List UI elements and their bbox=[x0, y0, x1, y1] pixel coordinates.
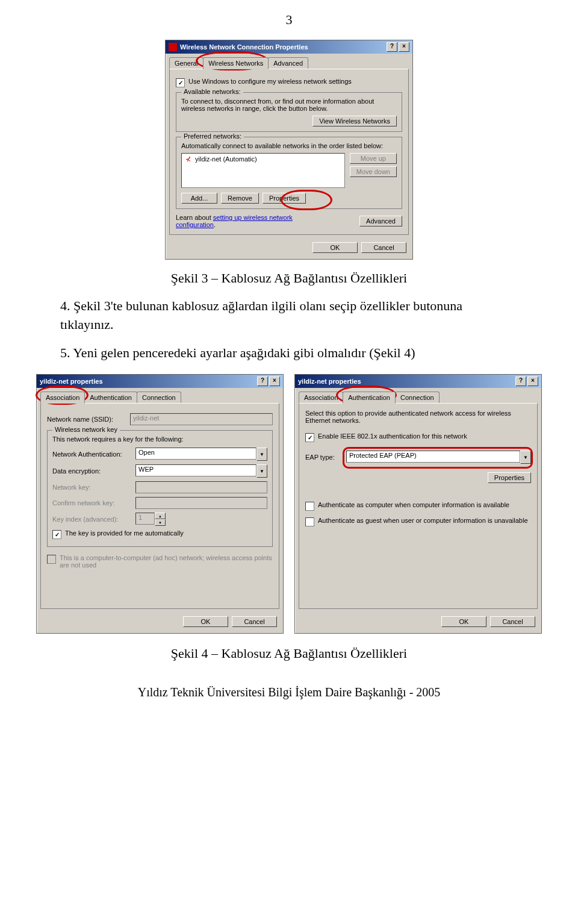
titlebar: yildiz-net properties ? × bbox=[295, 375, 541, 388]
add-button[interactable]: Add... bbox=[181, 193, 217, 204]
eap-type-label: EAP type: bbox=[305, 454, 341, 461]
tabs: Association Authentication Connection bbox=[295, 388, 541, 403]
advanced-button[interactable]: Advanced bbox=[359, 216, 402, 226]
encryption-value: WEP bbox=[135, 464, 256, 476]
confirm-input bbox=[135, 497, 267, 509]
tabs: Association Authentication Connection bbox=[37, 388, 283, 403]
cancel-button[interactable]: Cancel bbox=[232, 616, 277, 627]
auth-computer-checkbox[interactable] bbox=[305, 502, 314, 511]
close-button[interactable]: × bbox=[399, 42, 409, 52]
adhoc-checkbox bbox=[47, 555, 56, 564]
tab-connection[interactable]: Connection bbox=[395, 392, 440, 403]
available-networks-group: Available networks: To connect to, disco… bbox=[176, 92, 402, 132]
instruction-5: 5. Yeni gelen penceredeki ayarlar aşağıd… bbox=[60, 344, 518, 363]
tab-association[interactable]: Association bbox=[299, 392, 343, 403]
yildiz-properties-association-dialog: yildiz-net properties ? × Association Au… bbox=[36, 374, 284, 634]
ok-button[interactable]: OK bbox=[441, 616, 486, 627]
titlebar: Wireless Network Connection Properties ?… bbox=[166, 40, 412, 54]
help-button[interactable]: ? bbox=[257, 376, 268, 386]
available-description: To connect to, disconnect from, or find … bbox=[181, 98, 397, 112]
networks-listbox[interactable]: yildiz-net (Automatic) bbox=[181, 153, 345, 188]
tab-advanced[interactable]: Advanced bbox=[268, 57, 308, 69]
auth-guest-checkbox[interactable] bbox=[305, 517, 314, 526]
close-button[interactable]: × bbox=[527, 376, 538, 386]
tab-association[interactable]: Association bbox=[40, 392, 85, 404]
adhoc-label: This is a computer-to-computer (ad hoc) … bbox=[60, 554, 273, 569]
tab-authentication[interactable]: Authentication bbox=[84, 392, 137, 403]
key-index-spinner: 1 ▲ ▼ bbox=[135, 513, 166, 526]
help-button[interactable]: ? bbox=[387, 42, 397, 52]
help-button[interactable]: ? bbox=[515, 376, 526, 386]
wireless-icon bbox=[169, 43, 177, 51]
netkey-input bbox=[135, 481, 267, 493]
remove-button[interactable]: Remove bbox=[221, 193, 259, 204]
figure4-caption: Şekil 4 – Kablosuz Ağ Bağlantısı Özellik… bbox=[36, 646, 542, 661]
enable-8021x-label: Enable IEEE 802.1x authentication for th… bbox=[318, 432, 467, 440]
properties-button[interactable]: Properties bbox=[488, 472, 531, 483]
index-label: Key index (advanced): bbox=[52, 516, 131, 523]
preferred-networks-group: Preferred networks: Automatically connec… bbox=[176, 137, 402, 209]
auth-description: Select this option to provide authentica… bbox=[305, 410, 531, 424]
auth-label: Network Authentication: bbox=[52, 451, 131, 458]
ssid-input: yildiz-net bbox=[130, 413, 273, 425]
chevron-down-icon[interactable]: ▼ bbox=[520, 451, 531, 464]
ok-button[interactable]: OK bbox=[312, 242, 358, 253]
cancel-button[interactable]: Cancel bbox=[361, 242, 406, 253]
chevron-down-icon[interactable]: ▼ bbox=[256, 448, 267, 461]
learn-text: Learn about bbox=[176, 214, 213, 221]
close-button[interactable]: × bbox=[269, 376, 280, 386]
auth-computer-label: Authenticate as computer when computer i… bbox=[318, 501, 509, 508]
netkey-label: Network key: bbox=[52, 484, 131, 491]
yildiz-properties-authentication-dialog: yildiz-net properties ? × Association Au… bbox=[294, 374, 542, 634]
cancel-button[interactable]: Cancel bbox=[490, 616, 535, 627]
key-legend: Wireless network key bbox=[52, 426, 120, 433]
properties-button[interactable]: Properties bbox=[263, 193, 306, 204]
preferred-legend: Preferred networks: bbox=[181, 133, 244, 140]
tab-connection[interactable]: Connection bbox=[137, 392, 181, 403]
titlebar: yildiz-net properties ? × bbox=[37, 375, 283, 388]
tab-wireless-networks[interactable]: Wireless Networks bbox=[203, 57, 269, 69]
preferred-description: Automatically connect to available netwo… bbox=[181, 142, 397, 149]
use-windows-label: Use Windows to configure my wireless net… bbox=[188, 78, 352, 85]
tab-content: Use Windows to configure my wireless net… bbox=[169, 69, 409, 235]
move-down-button[interactable]: Move down bbox=[350, 166, 397, 177]
chevron-down-icon[interactable]: ▼ bbox=[256, 464, 267, 478]
encryption-label: Data encryption: bbox=[52, 467, 131, 475]
dialog-title: Wireless Network Connection Properties bbox=[180, 43, 308, 51]
tab-content: Network name (SSID): yildiz-net Wireless… bbox=[40, 403, 279, 609]
auth-guest-label: Authenticate as guest when user or compu… bbox=[318, 517, 528, 524]
tab-general[interactable]: General bbox=[169, 57, 204, 69]
eap-type-dropdown[interactable]: Protected EAP (PEAP) ▼ bbox=[346, 451, 531, 464]
tab-authentication[interactable]: Authentication bbox=[343, 392, 396, 404]
view-wireless-button[interactable]: View Wireless Networks bbox=[312, 116, 397, 126]
figure3-caption: Şekil 3 – Kablosuz Ağ Bağlantısı Özellik… bbox=[36, 270, 542, 286]
ok-button[interactable]: OK bbox=[183, 616, 228, 627]
autokey-checkbox[interactable] bbox=[52, 530, 61, 539]
auth-value: Open bbox=[135, 448, 256, 460]
use-windows-checkbox[interactable] bbox=[176, 78, 185, 87]
eap-type-value: Protected EAP (PEAP) bbox=[346, 451, 520, 463]
instruction-4: 4. Şekil 3'te bulunan kablosuz ağlardan … bbox=[60, 297, 518, 334]
spinner-down-icon: ▼ bbox=[155, 519, 166, 526]
auth-dropdown[interactable]: Open ▼ bbox=[135, 448, 267, 461]
page-number: 3 bbox=[36, 12, 542, 28]
network-icon bbox=[185, 155, 193, 163]
index-value: 1 bbox=[135, 513, 155, 525]
move-up-button[interactable]: Move up bbox=[350, 153, 397, 164]
tabs: General Wireless Networks Advanced bbox=[166, 54, 412, 69]
ssid-label: Network name (SSID): bbox=[47, 416, 125, 423]
available-legend: Available networks: bbox=[181, 88, 243, 95]
encryption-dropdown[interactable]: WEP ▼ bbox=[135, 464, 267, 478]
enable-8021x-checkbox[interactable] bbox=[305, 433, 314, 442]
dialog-title: yildiz-net properties bbox=[298, 378, 361, 385]
tab-content: Select this option to provide authentica… bbox=[299, 403, 538, 609]
spinner-up-icon: ▲ bbox=[155, 513, 166, 519]
network-name: yildiz-net (Automatic) bbox=[195, 155, 257, 163]
confirm-label: Confirm network key: bbox=[52, 499, 131, 507]
autokey-label: The key is provided for me automatically bbox=[65, 529, 184, 537]
footer-text: Yıldız Teknik Üniversitesi Bilgi İşlem D… bbox=[36, 685, 542, 699]
wireless-properties-dialog: Wireless Network Connection Properties ?… bbox=[165, 40, 413, 260]
key-description: This network requires a key for the foll… bbox=[52, 435, 267, 443]
dialog-title: yildiz-net properties bbox=[40, 378, 103, 385]
list-item[interactable]: yildiz-net (Automatic) bbox=[183, 155, 343, 163]
